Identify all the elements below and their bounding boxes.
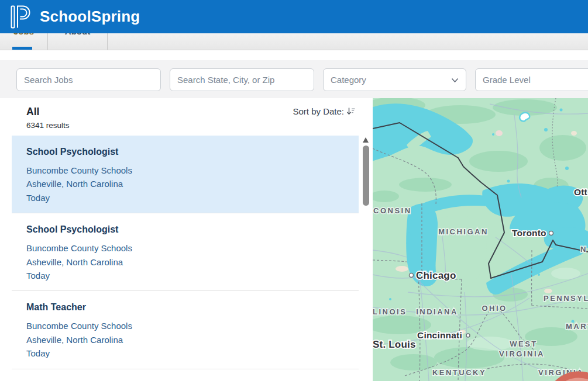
results-header: All 6341 results Sort by Date: <box>12 98 359 136</box>
map-label-cincinnati: Cincinnati <box>417 330 462 340</box>
job-organization: Buncombe County Schools <box>26 241 353 255</box>
job-posted-date: Today <box>26 347 353 360</box>
sort-by-date-control[interactable]: Sort by Date: <box>293 106 355 116</box>
job-posted-date: Today <box>26 191 353 205</box>
brand-title: SchoolSpring <box>40 0 140 33</box>
job-card[interactable]: School Psychologist Buncombe County Scho… <box>12 213 359 290</box>
job-card[interactable]: School Psychologist Buncombe County Scho… <box>12 369 359 381</box>
map-label-new-york: N <box>580 245 587 254</box>
results-scope-label: All <box>26 106 39 118</box>
chevron-down-icon <box>451 75 459 85</box>
map-graphic: CONSIN MICHIGAN LINOIS INDIANA OHIO PENN… <box>373 98 588 381</box>
app-header: SchoolSpring <box>0 0 588 33</box>
job-organization: Buncombe County Schools <box>26 164 353 177</box>
job-posted-date: Today <box>26 269 353 282</box>
toronto-marker <box>549 231 553 235</box>
list-scrollbar[interactable] <box>362 136 370 381</box>
map-label-maryland: MARY <box>566 322 588 331</box>
map-label-toronto: Toronto <box>512 228 546 238</box>
map-label-kentucky: KENTUCKY <box>432 368 486 377</box>
map-label-chicago: Chicago <box>416 270 456 281</box>
search-location-input[interactable] <box>170 68 314 91</box>
job-card[interactable]: Math Teacher Buncombe County Schools Ash… <box>12 290 359 368</box>
tab-bar: Jobs About <box>0 33 588 50</box>
powerschool-logo-icon <box>11 5 32 31</box>
map-label-west-virginia-1: WEST <box>510 340 538 348</box>
map-label-michigan: MICHIGAN <box>438 227 489 236</box>
grade-level-dropdown-label: Grade Level <box>483 75 588 85</box>
results-count: 6341 results <box>26 121 70 130</box>
chicago-marker <box>410 273 414 278</box>
map-label-ottawa: Ott <box>574 187 587 197</box>
map-label-wisconsin: CONSIN <box>373 206 412 215</box>
job-location: Asheville, North Carolina <box>26 333 353 347</box>
map-canvas[interactable]: CONSIN MICHIGAN LINOIS INDIANA OHIO PENN… <box>373 98 588 381</box>
cincinnati-marker <box>466 334 470 337</box>
job-results-panel: All 6341 results Sort by Date: School Ps… <box>12 98 359 381</box>
tab-jobs[interactable]: Jobs <box>0 33 47 50</box>
job-card[interactable]: School Psychologist Buncombe County Scho… <box>12 136 359 213</box>
scroll-up-arrow-icon[interactable] <box>363 137 369 143</box>
map-label-west-virginia-2: VIRGINIA <box>499 349 545 358</box>
map-label-illinois: LINOIS <box>373 307 407 316</box>
job-title: School Psychologist <box>26 146 353 158</box>
filter-bar: Category Grade Level <box>0 60 588 98</box>
scrollbar-thumb[interactable] <box>363 146 369 206</box>
sort-descending-icon <box>346 107 355 116</box>
job-location: Asheville, North Carolina <box>26 177 353 190</box>
category-dropdown-label: Category <box>331 75 451 85</box>
job-organization: Buncombe County Schools <box>26 319 353 332</box>
active-tab-indicator <box>12 47 32 50</box>
map-label-indiana: INDIANA <box>416 307 458 316</box>
map-label-pennsylvania: PENNSYLV <box>544 294 588 303</box>
search-jobs-input[interactable] <box>16 68 161 91</box>
map-label-st-louis: St. Louis <box>373 339 416 350</box>
grade-level-dropdown[interactable]: Grade Level <box>475 68 588 91</box>
map-label-ohio: OHIO <box>482 304 507 313</box>
category-dropdown[interactable]: Category <box>323 68 466 91</box>
job-title: Math Teacher <box>26 302 353 313</box>
job-title: School Psychologist <box>26 224 353 235</box>
job-location: Asheville, North Carolina <box>26 255 353 269</box>
tab-about[interactable]: About <box>47 33 108 50</box>
sort-by-date-label: Sort by Date: <box>293 106 344 116</box>
